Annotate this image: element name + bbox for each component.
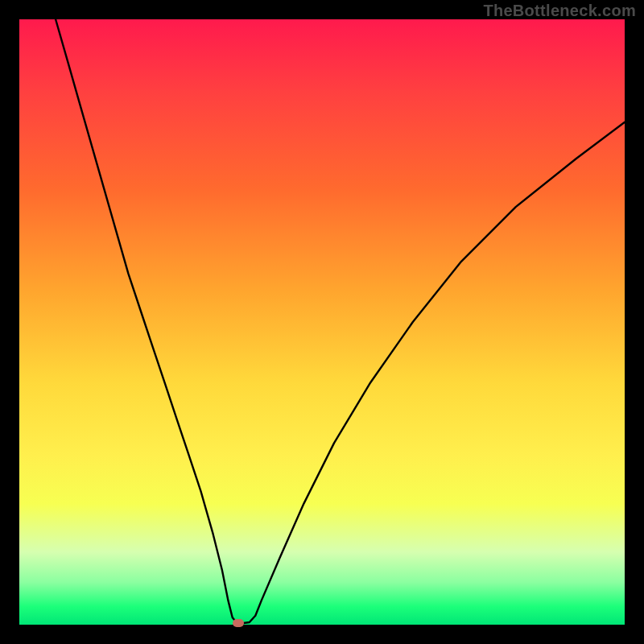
chart-plot-area: [19, 19, 625, 625]
chart-frame: TheBottleneck.com: [0, 0, 644, 644]
bottleneck-curve: [19, 19, 625, 625]
optimum-marker: [233, 619, 244, 627]
watermark-text: TheBottleneck.com: [483, 2, 636, 20]
